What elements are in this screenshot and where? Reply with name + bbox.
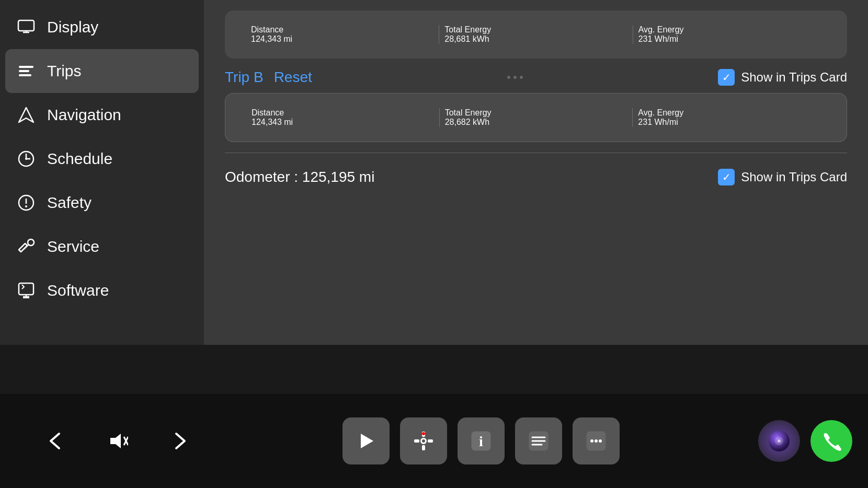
trip-b-card: Distance 124,343 mi Total Energy 28,682 …: [225, 93, 847, 142]
svg-rect-0: [18, 20, 34, 31]
trip-a-avg-energy-label: Avg. Energy: [638, 25, 821, 34]
odometer-value: Odometer : 125,195 mi: [225, 169, 374, 185]
phone-button[interactable]: [810, 420, 852, 462]
trip-b-show-checkbox[interactable]: ✓ Show in Trips Card: [718, 69, 847, 86]
svg-marker-18: [110, 434, 121, 448]
sidebar-item-safety[interactable]: Safety: [0, 181, 204, 225]
safety-icon: [16, 192, 37, 213]
svg-rect-24: [428, 439, 433, 443]
svg-point-41: [778, 439, 781, 443]
svg-text:i: i: [479, 433, 483, 449]
trip-a-total-energy-value: 28,681 kWh: [444, 34, 627, 44]
svg-point-13: [25, 205, 27, 207]
svg-marker-21: [361, 434, 373, 448]
taskbar-left: [0, 417, 204, 464]
software-label: Software: [47, 282, 109, 299]
trip-a-distance-value: 124,343 mi: [251, 34, 433, 44]
svg-rect-3: [19, 66, 33, 68]
trip-b-checkbox-box[interactable]: ✓: [718, 69, 735, 86]
info-button[interactable]: i: [458, 417, 505, 464]
sidebar-item-schedule[interactable]: Schedule: [0, 137, 204, 181]
forward-button[interactable]: [157, 417, 204, 464]
trip-b-show-label: Show in Trips Card: [741, 70, 847, 85]
svg-point-37: [595, 439, 598, 443]
joystick-button[interactable]: [400, 417, 447, 464]
content-area: Distance 124,343 mi Total Energy 28,681 …: [204, 0, 868, 345]
display-label: Display: [47, 18, 98, 36]
trip-a-total-energy-label: Total Energy: [444, 25, 627, 34]
trip-b-tab[interactable]: Trip B: [225, 69, 264, 86]
svg-point-10: [25, 158, 27, 160]
svg-rect-26: [414, 439, 419, 443]
taskbar-right: [758, 420, 868, 462]
navigation-icon: [16, 104, 37, 125]
trip-b-total-energy: Total Energy 28,682 kWh: [440, 108, 633, 127]
trip-a-total-energy: Total Energy 28,681 kWh: [439, 25, 633, 44]
svg-point-36: [590, 439, 593, 443]
trip-a-distance-label: Distance: [251, 25, 433, 34]
trip-a-avg-energy-value: 231 Wh/mi: [638, 34, 821, 44]
trip-a-card: Distance 124,343 mi Total Energy 28,681 …: [225, 10, 847, 59]
trip-a-avg-energy: Avg. Energy 231 Wh/mi: [633, 25, 826, 44]
svg-rect-16: [19, 283, 33, 295]
software-icon: [16, 280, 37, 301]
trip-b-distance-label: Distance: [252, 108, 434, 118]
odometer-checkbox-box[interactable]: ✓: [718, 169, 735, 185]
trips-icon: [16, 61, 37, 82]
back-button[interactable]: [31, 417, 78, 464]
trip-b-total-energy-label: Total Energy: [445, 108, 627, 118]
svg-marker-6: [19, 108, 33, 122]
svg-rect-4: [19, 70, 29, 72]
odometer-show-checkbox[interactable]: ✓ Show in Trips Card: [718, 169, 847, 185]
list-button[interactable]: [515, 417, 562, 464]
sidebar-item-software[interactable]: Software: [0, 269, 204, 312]
svg-point-38: [599, 439, 602, 443]
trip-b-distance-value: 124,343 mi: [252, 118, 434, 127]
trip-b-avg-energy-value: 231 Wh/mi: [638, 118, 820, 127]
svg-rect-25: [422, 445, 425, 450]
trip-b-avg-energy: Avg. Energy 231 Wh/mi: [633, 108, 826, 127]
trip-b-distance: Distance 124,343 mi: [246, 108, 440, 127]
service-label: Service: [47, 238, 99, 255]
trips-label: Trips: [47, 62, 82, 80]
taskbar-center: i: [342, 417, 620, 464]
odometer-row: Odometer : 125,195 mi ✓ Show in Trips Ca…: [225, 164, 847, 191]
camera-button[interactable]: [758, 420, 800, 462]
trip-b-total-energy-value: 28,682 kWh: [445, 118, 627, 127]
sidebar-item-service[interactable]: Service: [0, 225, 204, 269]
trip-b-header: Trip B Reset ✓ Show in Trips Card: [225, 69, 847, 86]
trip-a-distance: Distance 124,343 mi: [246, 25, 439, 44]
sidebar-item-trips[interactable]: Trips: [5, 49, 199, 93]
mute-button[interactable]: [94, 417, 141, 464]
trip-b-reset-button[interactable]: Reset: [274, 69, 312, 86]
safety-label: Safety: [47, 194, 92, 212]
svg-point-28: [422, 432, 425, 435]
schedule-label: Schedule: [47, 150, 112, 168]
odometer-show-label: Show in Trips Card: [741, 170, 847, 184]
svg-point-27: [422, 439, 425, 443]
media-button[interactable]: [342, 417, 390, 464]
sidebar-item-navigation[interactable]: Navigation: [0, 93, 204, 137]
trip-b-dots-spacer: [323, 76, 707, 79]
more-button[interactable]: [573, 417, 620, 464]
sidebar-item-display[interactable]: Display: [0, 5, 204, 49]
svg-rect-5: [19, 74, 31, 76]
service-icon: [16, 236, 37, 257]
navigation-label: Navigation: [47, 106, 121, 124]
trip-b-avg-energy-label: Avg. Energy: [638, 108, 820, 118]
schedule-icon: [16, 148, 37, 169]
sidebar: Display Trips Navigation: [0, 0, 204, 345]
display-icon: [16, 17, 37, 38]
section-divider: [225, 153, 847, 153]
taskbar: i: [0, 394, 868, 488]
